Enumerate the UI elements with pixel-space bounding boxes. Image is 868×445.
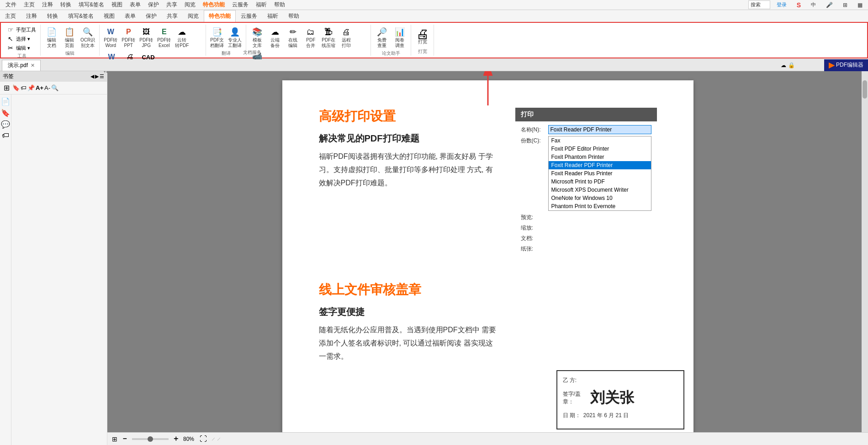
edit-page-btn[interactable]: 📋 编辑页面 <box>61 26 78 49</box>
menu-file[interactable]: 文件 <box>2 0 20 10</box>
sidebar-expand-btn[interactable]: ◀ <box>90 73 94 79</box>
sidebar-collapse-btn[interactable]: ▶ <box>95 73 99 79</box>
menu-special[interactable]: 特色功能 <box>199 0 228 10</box>
sidebar-icon-bookmark2[interactable]: 🔖 <box>1 109 10 117</box>
sig-name-label: 签字/盖章： <box>563 390 590 406</box>
menu-foxit[interactable]: 福昕 <box>252 0 270 10</box>
cloud-convert-btn[interactable]: ☁ 云转转PDF <box>174 26 190 49</box>
printer-foxit-reader-plus[interactable]: Foxit Reader Plus Printer <box>549 169 651 178</box>
cloud-backup-btn[interactable]: ☁ 云端备份 <box>267 26 283 49</box>
sidebar-icon-tag3[interactable]: 🏷 <box>2 131 9 140</box>
zoom-slider[interactable] <box>132 438 169 440</box>
sidebar-search-btn[interactable]: 🔍 <box>51 84 58 91</box>
online-edit-btn[interactable]: ✏ 在线编辑 <box>285 26 301 49</box>
lang-icon[interactable]: 中 <box>807 0 820 9</box>
menu-help[interactable]: 帮助 <box>270 0 289 10</box>
menu-home[interactable]: 主页 <box>20 0 38 10</box>
pdf-to-excel-btn[interactable]: E PDF转Excel <box>156 26 172 49</box>
tab-view[interactable]: 视图 <box>99 10 120 22</box>
pdf-tab[interactable]: 演示.pdf ✕ <box>2 60 41 71</box>
pdf-translate-btn[interactable]: 📑 PDF文档翻译 <box>209 26 225 49</box>
fit-page-btn[interactable]: ⊞ <box>112 435 117 443</box>
sig-section-body: 随着无纸化办公应用普及。当遇到使用PDF文档中 需要添加个人签名或者标识时, 可… <box>319 324 497 363</box>
mic-icon[interactable]: 🎤 <box>822 1 836 9</box>
printer-foxit-reader[interactable]: Foxit Reader PDF Printer <box>549 161 651 169</box>
printer-foxit-editor[interactable]: Foxit PDF Editor Printer <box>549 145 651 153</box>
zoom-thumb[interactable] <box>148 436 153 442</box>
sidebar-tag-btn[interactable]: 🏷 <box>21 84 26 91</box>
tab-close-btn[interactable]: ✕ <box>31 63 35 68</box>
menu-convert[interactable]: 转换 <box>57 0 75 10</box>
hand-tool-btn[interactable]: ☞ 手型工具 <box>6 26 37 34</box>
pdf-editor-label: PDF编辑器 <box>836 61 863 69</box>
printer-foxit-phantom[interactable]: Foxit Phantom Printer <box>549 153 651 161</box>
menu-protect[interactable]: 保护 <box>144 0 163 10</box>
print-name-input[interactable] <box>548 125 651 134</box>
sidebar-font-up-btn[interactable]: A+ <box>36 84 43 91</box>
tab-cloud[interactable]: 云服务 <box>236 10 262 22</box>
menu-cloud[interactable]: 云服务 <box>228 0 252 10</box>
printer-ms-pdf[interactable]: Microsoft Print to PDF <box>549 178 651 186</box>
sidebar-bookmark-btn[interactable]: 🔖 <box>12 84 20 91</box>
pdf-merge-btn[interactable]: 🗂 PDF合并 <box>302 26 319 49</box>
print-paper-label: 纸张: <box>521 244 548 253</box>
survey-btn[interactable]: 📊 阅卷调查 <box>392 26 408 49</box>
pdf-compress-icon: 🗜 <box>323 26 334 37</box>
grid-icon[interactable]: ⊞ <box>839 1 851 9</box>
sidebar-tag2-btn[interactable]: 📌 <box>27 84 35 91</box>
scrollbar[interactable]: ▼ ⟩ <box>862 71 868 444</box>
sidebar-icon-comment[interactable]: 💬 <box>1 120 10 129</box>
menu-share[interactable]: 共享 <box>163 0 181 10</box>
tab-browse[interactable]: 阅览 <box>183 10 204 22</box>
search-input[interactable]: 搜索 <box>748 0 770 9</box>
menu-annotate[interactable]: 注释 <box>38 0 57 10</box>
tab-annotate[interactable]: 注释 <box>21 10 42 22</box>
tab-home[interactable]: 主页 <box>0 10 21 22</box>
menu-view[interactable]: 视图 <box>108 0 126 10</box>
print-wide-btn[interactable]: 🖨 打宽 <box>414 27 431 46</box>
sidebar-icon-page[interactable]: 📄 <box>1 97 10 106</box>
pdf-to-jpg-btn[interactable]: 🖼 PDF转JPG <box>138 26 154 49</box>
tab-protect[interactable]: 保护 <box>141 10 162 22</box>
menu-form[interactable]: 表单 <box>126 0 144 10</box>
edit-doc-icon: 📄 <box>46 26 57 37</box>
print-doc-label: 文档: <box>521 234 548 242</box>
edit-btn[interactable]: ✂ 编辑 ▾ <box>6 44 37 52</box>
printer-phantom-evernote[interactable]: Phantom Print to Evernote <box>549 202 651 210</box>
pdf-to-ppt-btn[interactable]: P PDF转PPT <box>120 26 137 49</box>
sidebar-add-btn[interactable]: ⊞ <box>2 84 11 92</box>
print-zoom-row: 缩放: <box>521 223 651 232</box>
scroll-thumb[interactable] <box>863 80 867 99</box>
printer-fax[interactable]: Fax <box>549 136 651 145</box>
ocr-btn[interactable]: 🔍 OCR识别文本 <box>79 26 96 49</box>
edit-doc-btn[interactable]: 📄 编辑文档 <box>43 26 60 49</box>
template-btn[interactable]: 📚 模板文库 <box>249 26 265 49</box>
printer-onenote[interactable]: OneNote for Windows 10 <box>549 194 651 202</box>
tab-share[interactable]: 共享 <box>162 10 183 22</box>
tab-help[interactable]: 帮助 <box>283 10 304 22</box>
cloud-convert-icon: ☁ <box>176 26 187 37</box>
zoom-plus-btn[interactable]: ＋ <box>172 434 180 444</box>
more-icon[interactable]: ▦ <box>854 1 866 9</box>
sidebar-main-panel <box>11 94 107 445</box>
select-btn[interactable]: ↖ 选择 ▾ <box>6 35 37 43</box>
pdf-editor-badge[interactable]: ▶ PDF编辑器 <box>824 59 868 71</box>
tab-convert[interactable]: 转换 <box>42 10 63 22</box>
plagiarism-btn[interactable]: 🔎 免费查重 <box>374 26 390 49</box>
zoom-minus-btn[interactable]: － <box>121 434 128 444</box>
sidebar-font-down-btn[interactable]: A- <box>44 84 50 91</box>
section-print: 高级打印设置 解决常见的PDF打印难题 福昕PDF阅读器拥有强大的打印功能, 界… <box>319 108 657 258</box>
fullscreen-btn[interactable]: ⛶ <box>200 435 207 443</box>
pdf-to-word-btn[interactable]: W PDF转Word <box>102 26 119 49</box>
tab-foxit[interactable]: 福昕 <box>262 10 283 22</box>
printer-ms-xps[interactable]: Microsoft XPS Document Writer <box>549 186 651 194</box>
pdf-compress-btn[interactable]: 🗜 PDF在线压缩 <box>320 26 337 49</box>
pro-translate-btn[interactable]: 👤 专业人工翻译 <box>227 26 243 49</box>
tab-form[interactable]: 表单 <box>120 10 141 22</box>
login-btn[interactable]: 登录 <box>773 0 790 9</box>
menu-sign[interactable]: 填写&签名 <box>75 0 108 10</box>
menu-browse[interactable]: 阅览 <box>181 0 199 10</box>
tab-special[interactable]: 特色功能 <box>204 10 236 22</box>
tab-sign[interactable]: 填写&签名 <box>63 10 99 22</box>
remote-print-btn[interactable]: 🖨 远程打印 <box>338 26 355 49</box>
